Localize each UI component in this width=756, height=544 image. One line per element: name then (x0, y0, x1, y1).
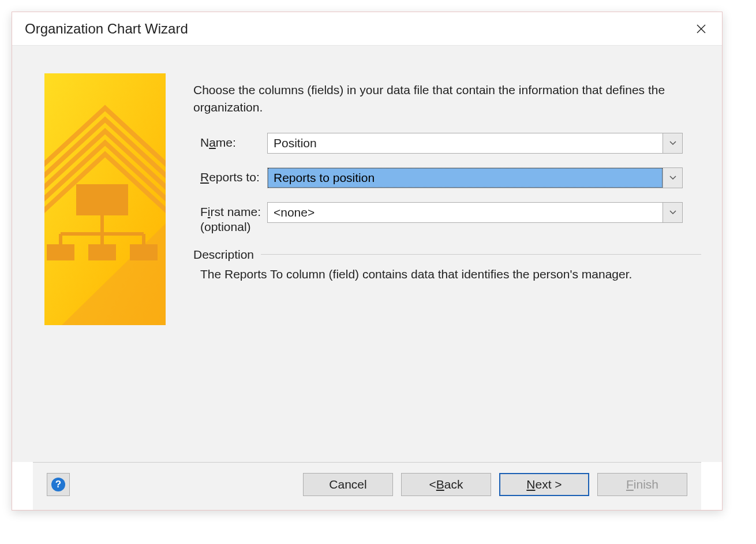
titlebar: Organization Chart Wizard (12, 12, 722, 46)
first-name-select-arrow[interactable] (663, 203, 682, 222)
name-select-value: Position (268, 133, 663, 153)
svg-rect-10 (47, 244, 74, 260)
reports-to-select[interactable]: Reports to position (267, 167, 683, 188)
name-label: Name: (193, 133, 267, 150)
name-row: Name: Position (193, 133, 701, 154)
reports-to-select-arrow[interactable] (663, 168, 682, 188)
chevron-down-icon (669, 141, 676, 146)
reports-to-row: Reports to: Reports to position (193, 167, 701, 188)
footer-buttons: Cancel < Back Next > Finish (303, 473, 687, 496)
dialog-title: Organization Chart Wizard (25, 21, 188, 37)
svg-rect-4 (76, 184, 128, 215)
svg-rect-11 (88, 244, 116, 260)
first-name-label: First name: (193, 202, 267, 219)
close-icon (696, 24, 706, 34)
description-divider (261, 254, 701, 255)
description-text: The Reports To column (field) contains d… (193, 267, 701, 281)
description-title: Description (193, 248, 254, 262)
first-name-select[interactable]: <none> (267, 202, 683, 223)
back-button[interactable]: < Back (401, 473, 491, 496)
reports-to-select-value: Reports to position (268, 168, 663, 188)
dialog-footer: ? Cancel < Back Next > Finish (33, 462, 701, 510)
content-area: Choose the columns (fields) in your data… (12, 46, 722, 462)
instruction-text: Choose the columns (fields) in your data… (193, 81, 672, 117)
form-area: Choose the columns (fields) in your data… (193, 73, 701, 462)
svg-rect-12 (130, 244, 158, 260)
chevron-down-icon (669, 210, 676, 215)
help-icon: ? (51, 478, 65, 491)
chevron-down-icon (669, 176, 676, 180)
name-select-arrow[interactable] (663, 133, 682, 153)
finish-button: Finish (597, 473, 687, 496)
help-button[interactable]: ? (47, 473, 70, 496)
close-button[interactable] (691, 18, 712, 39)
first-name-select-value: <none> (268, 203, 663, 222)
cancel-button[interactable]: Cancel (303, 473, 393, 496)
name-select[interactable]: Position (267, 133, 683, 154)
reports-to-label: Reports to: (193, 167, 267, 184)
description-header: Description (193, 248, 701, 262)
first-name-optional: (optional) (193, 220, 267, 234)
description-section: Description The Reports To column (field… (193, 248, 701, 281)
next-button[interactable]: Next > (499, 473, 589, 496)
first-name-row: First name: (optional) <none> (193, 202, 701, 234)
wizard-dialog: Organization Chart Wizard (12, 12, 723, 511)
wizard-illustration (44, 73, 166, 325)
